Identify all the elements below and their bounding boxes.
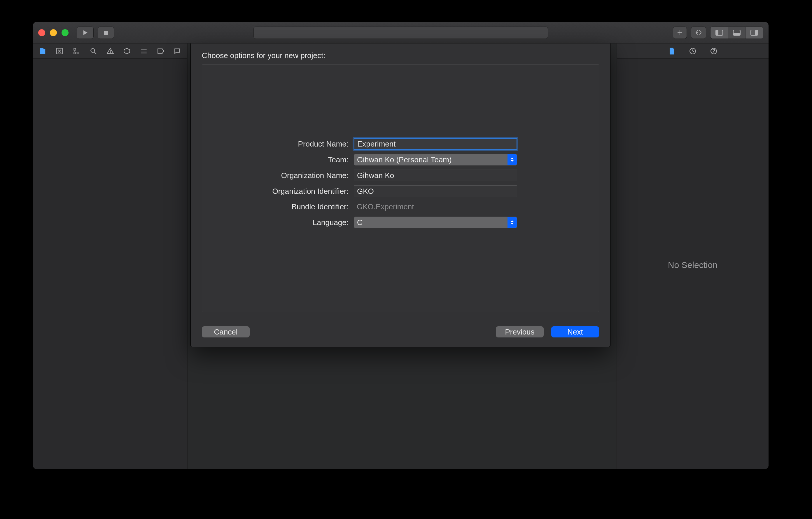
team-label: Team: bbox=[202, 155, 354, 164]
product-name-input[interactable] bbox=[354, 138, 517, 150]
bundle-identifier-label: Bundle Identifier: bbox=[202, 202, 354, 211]
svg-line-30 bbox=[693, 51, 694, 52]
project-navigator-icon[interactable] bbox=[38, 47, 47, 55]
bundle-identifier-value: GKO.Experiment bbox=[354, 201, 517, 213]
cancel-button[interactable]: Cancel bbox=[202, 326, 250, 337]
toolbar-right bbox=[673, 27, 763, 39]
organization-identifier-label: Organization Identifier: bbox=[202, 187, 354, 196]
find-navigator-icon[interactable] bbox=[89, 47, 98, 55]
panel-toggle-segment bbox=[710, 27, 763, 39]
chevron-updown-icon bbox=[508, 154, 517, 165]
code-review-button[interactable] bbox=[691, 27, 706, 39]
organization-name-input[interactable] bbox=[354, 170, 517, 181]
organization-name-label: Organization Name: bbox=[202, 171, 354, 180]
project-options-form: Product Name: Team: Gihwan Ko (Personal … bbox=[202, 138, 599, 228]
issue-navigator-icon[interactable] bbox=[106, 47, 115, 55]
toolbar bbox=[33, 22, 768, 44]
language-popup-value: C bbox=[357, 218, 362, 227]
navigator-tabbar bbox=[33, 44, 187, 59]
minimize-window-button[interactable] bbox=[50, 29, 57, 36]
svg-rect-5 bbox=[716, 30, 718, 35]
toggle-navigator-button[interactable] bbox=[710, 27, 728, 38]
chevron-updown-icon bbox=[508, 217, 517, 228]
library-button[interactable] bbox=[673, 27, 687, 39]
product-name-label: Product Name: bbox=[202, 139, 354, 148]
language-label: Language: bbox=[202, 218, 354, 227]
symbol-navigator-icon[interactable] bbox=[72, 47, 81, 55]
svg-marker-0 bbox=[83, 30, 87, 35]
team-popup[interactable]: Gihwan Ko (Personal Team) bbox=[354, 154, 517, 165]
sheet-form-box: Product Name: Team: Gihwan Ko (Personal … bbox=[202, 64, 599, 312]
svg-marker-23 bbox=[124, 48, 130, 54]
toggle-debug-area-button[interactable] bbox=[728, 27, 746, 38]
team-popup-value: Gihwan Ko (Personal Team) bbox=[357, 155, 452, 164]
next-button[interactable]: Next bbox=[551, 326, 599, 337]
stop-button[interactable] bbox=[98, 27, 114, 39]
svg-marker-27 bbox=[158, 49, 164, 53]
svg-point-22 bbox=[110, 52, 111, 53]
svg-rect-13 bbox=[74, 48, 76, 50]
run-controls bbox=[77, 27, 114, 39]
inspector-tabbar bbox=[617, 44, 768, 59]
window-controls bbox=[38, 29, 68, 36]
debug-navigator-icon[interactable] bbox=[139, 47, 148, 55]
activity-viewer[interactable] bbox=[254, 27, 548, 39]
navigator-area bbox=[33, 59, 187, 469]
svg-rect-15 bbox=[77, 52, 79, 54]
history-inspector-icon[interactable] bbox=[688, 47, 697, 55]
zoom-window-button[interactable] bbox=[62, 29, 68, 36]
help-inspector-icon[interactable] bbox=[709, 47, 718, 55]
inspector-area: No Selection bbox=[617, 44, 768, 469]
sheet-title: Choose options for your new project: bbox=[191, 44, 610, 64]
svg-rect-1 bbox=[104, 31, 108, 35]
toggle-inspector-button[interactable] bbox=[746, 27, 763, 38]
svg-point-18 bbox=[91, 49, 94, 52]
svg-point-32 bbox=[714, 53, 714, 53]
run-button[interactable] bbox=[77, 27, 94, 39]
svg-line-19 bbox=[94, 52, 96, 54]
language-popup[interactable]: C bbox=[354, 217, 517, 228]
svg-rect-7 bbox=[733, 33, 740, 35]
organization-identifier-input[interactable] bbox=[354, 185, 517, 197]
breakpoint-navigator-icon[interactable] bbox=[156, 47, 165, 55]
source-control-navigator-icon[interactable] bbox=[55, 47, 64, 55]
xcode-window: No Selection Choose options for your new… bbox=[33, 22, 769, 469]
no-selection-label: No Selection bbox=[668, 260, 718, 270]
new-project-sheet: Choose options for your new project: Pro… bbox=[191, 44, 610, 347]
previous-button[interactable]: Previous bbox=[496, 326, 544, 337]
svg-rect-9 bbox=[755, 30, 758, 35]
report-navigator-icon[interactable] bbox=[173, 47, 182, 55]
file-inspector-icon[interactable] bbox=[667, 47, 676, 55]
sheet-button-row: Cancel Previous Next bbox=[202, 326, 599, 337]
close-window-button[interactable] bbox=[38, 29, 45, 36]
test-navigator-icon[interactable] bbox=[122, 47, 131, 55]
